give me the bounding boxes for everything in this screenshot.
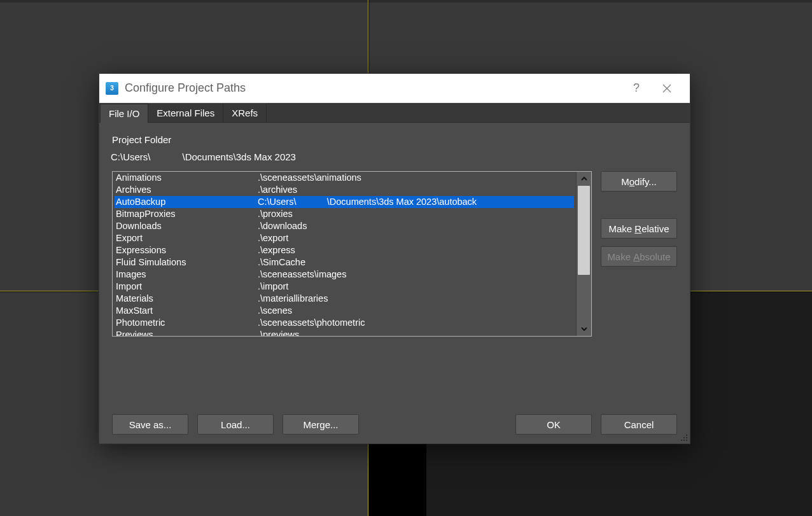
paths-list-rows: Animations.\sceneassets\animationsArchiv… <box>113 172 576 336</box>
tab-external-files[interactable]: External Files <box>148 103 223 122</box>
path-name: Downloads <box>115 220 258 232</box>
titlebar[interactable]: Configure Project Paths ? <box>99 74 690 103</box>
app-icon <box>106 82 118 95</box>
path-row[interactable]: Import.\import <box>115 281 574 293</box>
cancel-button[interactable]: Cancel <box>601 414 677 435</box>
scrollbar[interactable] <box>576 172 591 336</box>
path-row[interactable]: Export.\export <box>115 232 574 244</box>
path-value: .\export <box>258 232 574 244</box>
project-folder-path: C:\Users\ \Documents\3ds Max 2023 <box>111 151 677 162</box>
path-row[interactable]: Images.\sceneassets\images <box>115 268 574 281</box>
tab-xrefs[interactable]: XRefs <box>223 103 267 122</box>
path-value: .\archives <box>258 184 574 196</box>
path-name: Import <box>115 281 258 293</box>
tabstrip: File I/OExternal FilesXRefs <box>99 103 690 123</box>
path-name: MaxStart <box>115 305 258 317</box>
path-value: .\proxies <box>258 208 574 220</box>
make-absolute-button[interactable]: Make Absolute <box>601 246 677 267</box>
path-name: Animations <box>115 172 258 184</box>
viewport-preview-patch <box>369 444 426 516</box>
merge-button[interactable]: Merge... <box>283 414 359 435</box>
dialog-footer: Save as... Load... Merge... OK Cancel <box>112 408 677 435</box>
project-folder-label: Project Folder <box>112 134 677 145</box>
ok-button[interactable]: OK <box>515 414 592 435</box>
path-row[interactable]: Expressions.\express <box>115 244 574 256</box>
path-value: .\scenes <box>258 305 574 317</box>
path-name: Photometric <box>115 317 258 329</box>
paths-listbox[interactable]: Animations.\sceneassets\animationsArchiv… <box>112 171 592 337</box>
configure-project-paths-dialog: Configure Project Paths ? File I/OExtern… <box>99 73 690 444</box>
path-name: Expressions <box>115 244 258 256</box>
help-button[interactable]: ? <box>621 74 652 103</box>
path-name: Fluid Simulations <box>115 256 258 268</box>
scroll-up-button[interactable] <box>577 172 591 186</box>
close-button[interactable] <box>652 74 682 103</box>
path-value: .\previews <box>258 329 574 336</box>
path-value: .\sceneassets\animations <box>258 172 574 184</box>
path-row[interactable]: MaxStart.\scenes <box>115 305 574 317</box>
save-as-button[interactable]: Save as... <box>112 414 188 435</box>
path-value: .\materiallibraries <box>258 293 574 305</box>
chevron-up-icon <box>580 175 588 183</box>
path-name: Export <box>115 232 258 244</box>
path-value: .\import <box>258 281 574 293</box>
path-row[interactable]: Downloads.\downloads <box>115 220 574 232</box>
help-icon: ? <box>633 81 640 95</box>
scroll-track[interactable] <box>577 186 591 322</box>
path-value: C:\Users\ \Documents\3ds Max 2023\autoba… <box>258 196 574 208</box>
path-name: Materials <box>115 293 258 305</box>
chevron-down-icon <box>580 325 588 333</box>
bg-top-strip <box>0 0 812 3</box>
path-value: .\express <box>258 244 574 256</box>
modify-button[interactable]: Modify... <box>601 171 677 192</box>
path-row[interactable]: Fluid Simulations.\SimCache <box>115 256 574 268</box>
path-value: .\sceneassets\photometric <box>258 317 574 329</box>
dialog-body: Project Folder C:\Users\ \Documents\3ds … <box>99 123 690 443</box>
close-icon <box>662 84 671 93</box>
path-value: .\sceneassets\images <box>258 268 574 281</box>
make-relative-button[interactable]: Make Relative <box>601 218 677 239</box>
window-title: Configure Project Paths <box>125 81 615 95</box>
path-row[interactable]: BitmapProxies.\proxies <box>115 208 574 220</box>
path-name: Previews <box>115 329 258 336</box>
path-row[interactable]: Animations.\sceneassets\animations <box>115 172 574 184</box>
path-name: Images <box>115 268 258 281</box>
path-row[interactable]: Previews.\previews <box>115 329 574 336</box>
path-value: .\downloads <box>258 220 574 232</box>
path-row[interactable]: Materials.\materiallibraries <box>115 293 574 305</box>
right-button-column: Modify... Make Relative Make Absolute <box>601 171 677 337</box>
scroll-down-button[interactable] <box>577 322 591 336</box>
path-value: .\SimCache <box>258 256 574 268</box>
resize-grip[interactable] <box>679 433 688 442</box>
path-name: BitmapProxies <box>115 208 258 220</box>
scroll-thumb[interactable] <box>578 186 590 275</box>
path-row[interactable]: Archives.\archives <box>115 184 574 196</box>
tab-file-i-o[interactable]: File I/O <box>100 104 148 123</box>
path-row[interactable]: AutoBackupC:\Users\ \Documents\3ds Max 2… <box>115 196 574 208</box>
path-name: Archives <box>115 184 258 196</box>
path-name: AutoBackup <box>115 196 258 208</box>
load-button[interactable]: Load... <box>197 414 274 435</box>
path-row[interactable]: Photometric.\sceneassets\photometric <box>115 317 574 329</box>
